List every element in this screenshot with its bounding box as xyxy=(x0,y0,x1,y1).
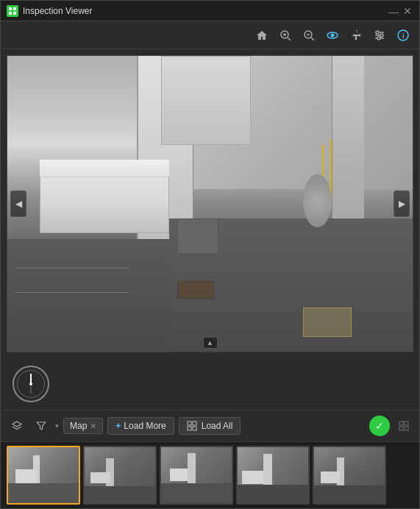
svg-point-13 xyxy=(331,33,335,37)
compass-dot xyxy=(29,382,32,385)
svg-line-10 xyxy=(311,38,314,40)
eye-button[interactable] xyxy=(322,26,343,45)
window-icon xyxy=(7,5,18,17)
load-more-button[interactable]: + Load More xyxy=(107,417,174,435)
minimize-button[interactable]: — xyxy=(388,6,399,16)
load-all-button[interactable]: Load All xyxy=(179,417,241,435)
sliders-button[interactable] xyxy=(369,26,390,45)
title-bar: Inspection Viewer — ✕ xyxy=(1,1,419,21)
aerial-photo xyxy=(7,56,413,352)
zoom-in-button[interactable] xyxy=(275,26,296,45)
svg-rect-27 xyxy=(405,421,408,425)
thumbnail-strip xyxy=(1,442,419,508)
map-tag[interactable]: Map ✕ xyxy=(63,418,103,434)
dropdown-arrow[interactable]: ▾ xyxy=(55,422,59,430)
scroll-up-indicator[interactable]: ▲ xyxy=(203,337,218,349)
close-button[interactable]: ✕ xyxy=(402,5,413,17)
main-toolbar: i xyxy=(1,21,419,49)
load-more-plus-icon: + xyxy=(115,421,121,431)
thumbnail-2[interactable] xyxy=(83,446,157,505)
svg-rect-28 xyxy=(399,427,403,430)
load-more-label: Load More xyxy=(124,421,165,431)
svg-rect-24 xyxy=(188,427,191,430)
zoom-out-button[interactable] xyxy=(299,26,319,45)
bottom-toolbar: ▾ Map ✕ + Load More Load All ✓ xyxy=(1,410,419,442)
svg-text:i: i xyxy=(402,32,405,40)
compass-inner xyxy=(17,370,45,398)
svg-rect-23 xyxy=(193,421,196,425)
nav-arrow-right[interactable]: ▶ xyxy=(394,191,410,217)
thumbnail-3[interactable] xyxy=(160,446,233,505)
grid-view-button[interactable] xyxy=(394,416,413,435)
compass-needle-south xyxy=(30,386,32,394)
svg-rect-1 xyxy=(9,7,12,10)
thumbnail-4[interactable] xyxy=(236,446,310,505)
home-button[interactable] xyxy=(252,26,272,45)
map-tag-close-button[interactable]: ✕ xyxy=(90,421,96,431)
svg-rect-2 xyxy=(13,7,16,10)
load-all-label: Load All xyxy=(202,421,233,431)
thumbnail-1[interactable] xyxy=(7,446,80,505)
svg-rect-22 xyxy=(188,421,191,425)
svg-point-19 xyxy=(377,37,380,40)
thumbnail-5[interactable] xyxy=(313,446,386,505)
layers-button[interactable] xyxy=(7,416,27,435)
svg-rect-3 xyxy=(9,12,12,15)
filter-button[interactable] xyxy=(32,416,51,435)
svg-rect-25 xyxy=(193,427,196,430)
window-title: Inspection Viewer xyxy=(23,6,385,16)
svg-rect-29 xyxy=(405,427,408,430)
check-circle-button[interactable]: ✓ xyxy=(369,416,390,436)
inspection-viewer-window: Inspection Viewer — ✕ xyxy=(0,0,420,509)
svg-point-15 xyxy=(376,31,379,34)
svg-point-17 xyxy=(380,34,383,37)
compass-area xyxy=(1,358,419,410)
map-tag-label: Map xyxy=(70,421,87,431)
main-image-area: ◀ ▶ ▲ xyxy=(7,55,413,352)
info-button[interactable]: i xyxy=(393,26,413,45)
move-button[interactable] xyxy=(346,26,366,45)
compass xyxy=(13,366,49,402)
svg-line-6 xyxy=(288,38,291,40)
svg-rect-4 xyxy=(13,12,16,15)
nav-arrow-left[interactable]: ◀ xyxy=(10,191,26,217)
svg-rect-26 xyxy=(399,421,403,425)
